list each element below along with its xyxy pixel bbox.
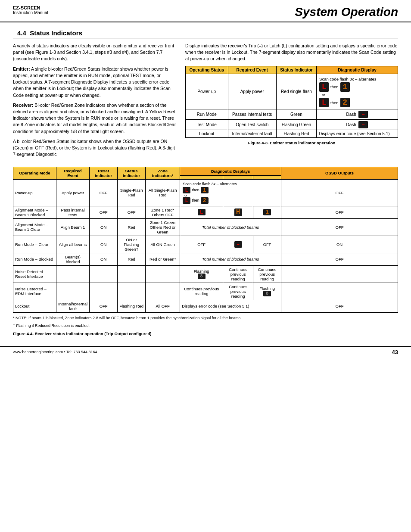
zone-cell: All ON Green (146, 236, 180, 253)
continues-label1: Continues previous reading (225, 267, 251, 281)
ossd-cell: OFF (281, 179, 398, 206)
header-left: EZ-SCREEN Instruction Manual (13, 5, 48, 15)
diag-total-cell: Total number of blocked beams (180, 218, 281, 236)
seg-L2: L (319, 98, 329, 107)
rec-th-zone: Zone Indicators* (146, 167, 180, 179)
mode-cell: Noise Detected – EDM Interface (13, 283, 56, 300)
mode-cell: Lockout (13, 300, 56, 312)
continues-label2: Continues previous reading (255, 267, 279, 281)
then-b: then (192, 198, 199, 202)
diag-lockout-cell: Displays error code (see Section 5.1) (180, 300, 281, 312)
event-cell (56, 283, 90, 300)
diag3-cell: OFF (253, 236, 281, 253)
then-a: then (192, 188, 199, 192)
seg-L: L (319, 82, 329, 92)
event-cell: Passes internal tests (228, 109, 276, 120)
dash-label: Dash (346, 112, 356, 117)
footnote2: † Flashing if Reduced Resolution is enab… (13, 323, 398, 329)
table-row: Run Mode – Blocked Beam(s) blocked ON Re… (13, 253, 398, 265)
event-cell: Internal/external fault (228, 130, 276, 138)
section-number: 4.4 (17, 29, 26, 37)
status-cell: Run Mode (186, 109, 228, 120)
reset-cell: OFF (90, 300, 118, 312)
brand-name: EZ-SCREEN (13, 5, 48, 10)
seg-2-b: 2 (201, 197, 209, 204)
reset-cell (90, 265, 118, 283)
emitter-table: Operating Status Required Event Status I… (185, 66, 398, 138)
page-footer: www.bannerengineering.com • Tel: 763.544… (0, 346, 411, 358)
diag3-cell: Flashing 8 (253, 283, 281, 300)
then-text2: then (330, 100, 339, 106)
zone-cell: All Single-Flash Red (146, 179, 180, 206)
status-cell (118, 265, 146, 283)
rec-th-reset: Reset Indicator (90, 167, 118, 179)
mode-cell: Run Mode – Clear (13, 236, 56, 253)
diag2-cell: Continues previous reading (223, 265, 253, 283)
diag-powerup-cell: Scan code flash 3x – alternates L then 1… (180, 179, 281, 206)
status-cell: OFF (118, 206, 146, 218)
rec-th-event: Required Event (56, 167, 90, 179)
footnote1: * NOTE: If beam 1 is blocked, Zone indic… (13, 315, 398, 321)
seg-2: 2 (340, 98, 350, 107)
mode-cell: Alignment Mode – Beam 1 Clear (13, 218, 56, 236)
rec-th-status: Status Indicator (118, 167, 146, 179)
table-row: Lockout Internal/external fault OFF Flas… (13, 300, 398, 312)
reset-cell (90, 283, 118, 300)
diag3-cell: Continues previous reading (253, 265, 281, 283)
ossd-cell (281, 265, 398, 283)
footer-website: www.bannerengineering.com • Tel: 763.544… (13, 350, 97, 354)
table-row: Power-up Apply power Red single-flash Sc… (186, 74, 398, 109)
table-row: Test Mode Open Test switch Flashing Gree… (186, 120, 398, 130)
mode-cell: Run Mode – Blocked (13, 253, 56, 265)
indicator-cell: Flashing Red (276, 130, 316, 138)
diag-cell: Dash – (317, 120, 398, 130)
right-text: Display indicates the receiver's Trip (–… (185, 43, 398, 62)
event-cell: Open Test switch (228, 120, 276, 130)
diag2-cell: Continues previous reading (223, 283, 253, 300)
indicator-cell: Green (276, 109, 316, 120)
then-text1: then (330, 84, 339, 90)
rec-th-d3 (253, 176, 281, 179)
indicator-cell: Red single-flash (276, 74, 316, 109)
zone-cell (146, 283, 180, 300)
seg-dash: – (358, 111, 368, 118)
diag2-cell: H (223, 206, 253, 218)
table-row: Alignment Mode – Beam 1 Clear Align Beam… (13, 218, 398, 236)
emitter-table-caption: Figure 4-3. Emitter status indicator ope… (185, 140, 398, 145)
table-row: Power-up Apply power OFF Single-Flash Re… (13, 179, 398, 206)
zone-cell: Zone 1 Green Others Red or Green (146, 218, 180, 236)
reset-cell: OFF (90, 179, 118, 206)
emitter-label: Emitter: (13, 66, 30, 72)
status-cell: Single-Flash Red (118, 179, 146, 206)
flashing-label2: Flashing (255, 286, 279, 291)
rec-th-d2 (223, 176, 253, 179)
scan-code-text: Scan code flash 3x – alternates (319, 77, 377, 81)
seg-flash2: 8 (263, 291, 271, 296)
continues-label3: Continues previous reading (182, 286, 221, 296)
seg-l-block: L (198, 209, 206, 215)
section-title: 4.4 Status Indicators (13, 29, 398, 38)
status-cell: Red (118, 218, 146, 236)
ossd-cell: OFF (281, 253, 398, 265)
diag1-cell: OFF (180, 236, 223, 253)
seg-1-block: 1 (263, 209, 271, 215)
rec-th-d1 (180, 176, 223, 179)
ossd-cell: OFF (281, 206, 398, 218)
ossd-cell: ON (281, 236, 398, 253)
ossd-cell: OFF (281, 218, 398, 236)
or-text: or (322, 92, 395, 98)
event-cell (56, 265, 90, 283)
rec-th-ossd: OSSD Outputs (281, 167, 398, 179)
seg-dash2: – (358, 121, 368, 128)
emitter-para: Emitter: A single bi-color Red/Green Sta… (13, 66, 177, 99)
mode-cell: Power-up (13, 179, 56, 206)
zone-cell: Red or Green* (146, 253, 180, 265)
status-cell: Red (118, 253, 146, 265)
rec-th-mode: Operating Mode (13, 167, 56, 179)
event-cell: Align Beam 1 (56, 218, 90, 236)
indicator-cell: Flashing Green (276, 120, 316, 130)
emitter-th-status: Operating Status (186, 66, 228, 74)
or-a: or (184, 193, 278, 197)
diag-row-a: L then 1 (183, 187, 278, 193)
mode-cell: Alignment Mode – Beam 1 Blocked (13, 206, 56, 218)
